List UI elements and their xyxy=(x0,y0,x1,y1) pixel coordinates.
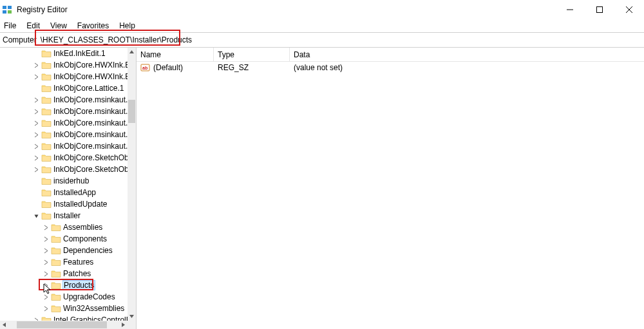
folder-icon xyxy=(51,281,61,290)
expand-icon[interactable] xyxy=(32,72,41,81)
tree-view[interactable]: InkEd.InkEdit.1InkObjCore.HWXInk.E-IInkO… xyxy=(0,48,128,321)
expand-icon[interactable] xyxy=(32,315,41,321)
tree-item[interactable]: InkObjCore.msinkaut.In xyxy=(0,106,128,117)
scroll-down-button[interactable] xyxy=(128,312,136,321)
maximize-button[interactable] xyxy=(585,0,614,19)
menu-favorites[interactable]: Favorites xyxy=(72,20,114,32)
tree-item[interactable]: InkObjCore.msinkaut.In xyxy=(0,94,128,106)
column-header-data[interactable]: Data xyxy=(290,48,644,61)
content-area: InkEd.InkEdit.1InkObjCore.HWXInk.E-IInkO… xyxy=(0,48,644,329)
svg-rect-3 xyxy=(8,10,12,14)
tree-item[interactable]: Features xyxy=(0,256,128,268)
expand-icon[interactable] xyxy=(32,95,41,104)
tree-item[interactable]: InkObjCore.HWXInk.E-I xyxy=(0,59,128,71)
tree-item[interactable]: InkObjCore.Lattice.1 xyxy=(0,82,128,94)
tree-item-label: InkObjCore.msinkaut.In xyxy=(53,142,128,151)
tree-item[interactable]: Components xyxy=(0,233,128,245)
values-panel: Name Type Data ab (Default) REG_SZ (valu… xyxy=(137,48,644,329)
folder-icon xyxy=(41,95,52,104)
folder-icon xyxy=(41,49,52,58)
tree-item-label: InkObjCore.HWXInk.E-I xyxy=(53,72,128,81)
folder-icon xyxy=(41,142,52,151)
tree-vertical-scrollbar[interactable] xyxy=(128,48,136,321)
tree-item[interactable]: InkObjCore.msinkaut.In xyxy=(0,129,128,140)
tree-item[interactable]: Assemblies xyxy=(0,221,128,233)
folder-icon xyxy=(41,107,52,116)
tree-item[interactable]: Products xyxy=(0,279,128,291)
address-path[interactable]: \HKEY_CLASSES_ROOT\Installer\Products xyxy=(38,34,644,46)
tree-item[interactable]: InstalledUpdate xyxy=(0,198,128,210)
tree-item[interactable]: insiderhub xyxy=(0,175,128,187)
tree-item-label: InkObjCore.HWXInk.E-I xyxy=(53,61,128,70)
expand-icon[interactable] xyxy=(41,304,50,313)
tree-item[interactable]: Dependencies xyxy=(0,245,128,256)
tree-item[interactable]: Intel.GraphicsControlPa xyxy=(0,314,128,321)
expand-icon[interactable] xyxy=(32,61,41,70)
collapse-icon[interactable] xyxy=(32,211,41,220)
column-header-type[interactable]: Type xyxy=(214,48,290,61)
expand-icon[interactable] xyxy=(41,281,50,290)
svg-text:ab: ab xyxy=(142,66,147,70)
tree-item[interactable]: Installer xyxy=(0,210,128,221)
tree-item-label: Intel.GraphicsControlPa xyxy=(53,315,128,321)
titlebar: Registry Editor xyxy=(0,0,644,19)
list-row[interactable]: ab (Default) REG_SZ (value not set) xyxy=(137,62,644,73)
tree-item[interactable]: Win32Assemblies xyxy=(0,303,128,314)
expand-icon[interactable] xyxy=(41,246,50,255)
expand-icon[interactable] xyxy=(32,118,41,127)
folder-icon xyxy=(51,292,61,301)
tree-item[interactable]: InkObjCore.SketchObj.S xyxy=(0,164,128,175)
tree-item[interactable]: Patches xyxy=(0,268,128,279)
tree-item[interactable]: UpgradeCodes xyxy=(0,291,128,303)
folder-icon xyxy=(41,153,52,162)
tree-horizontal-scrollbar[interactable] xyxy=(0,321,128,329)
tree-item[interactable]: InkObjCore.HWXInk.E-I xyxy=(0,71,128,82)
regedit-icon xyxy=(3,5,13,15)
menu-view[interactable]: View xyxy=(45,20,72,32)
close-button[interactable] xyxy=(614,0,644,19)
value-name: (Default) xyxy=(153,63,183,72)
expand-icon[interactable] xyxy=(41,258,50,267)
scroll-track[interactable] xyxy=(128,56,136,312)
scroll-thumb[interactable] xyxy=(128,100,135,123)
expand-icon[interactable] xyxy=(41,292,50,301)
tree-item[interactable]: InkObjCore.SketchObj.S xyxy=(0,152,128,164)
menu-edit[interactable]: Edit xyxy=(21,20,45,32)
list-header: Name Type Data xyxy=(137,48,644,62)
expand-spacer xyxy=(32,176,41,185)
window-controls xyxy=(555,0,644,19)
folder-icon xyxy=(51,234,61,243)
minimize-button[interactable] xyxy=(555,0,585,19)
tree-item[interactable]: InkEd.InkEdit.1 xyxy=(0,48,128,59)
expand-icon[interactable] xyxy=(41,269,50,278)
tree-item[interactable]: InstalledApp xyxy=(0,187,128,198)
column-header-name[interactable]: Name xyxy=(137,48,214,61)
tree-item[interactable]: InkObjCore.msinkaut.In xyxy=(0,117,128,129)
expand-icon[interactable] xyxy=(32,153,41,162)
tree-item[interactable]: InkObjCore.msinkaut.In xyxy=(0,140,128,152)
menu-help[interactable]: Help xyxy=(114,20,140,32)
tree-item-label: Products xyxy=(63,281,95,290)
expand-icon[interactable] xyxy=(32,107,41,116)
scroll-right-button[interactable] xyxy=(119,321,128,329)
tree-item-label: Assemblies xyxy=(63,223,102,232)
svg-rect-5 xyxy=(597,7,603,13)
expand-icon[interactable] xyxy=(32,142,41,151)
expand-icon[interactable] xyxy=(41,234,50,243)
scroll-left-button[interactable] xyxy=(0,321,8,329)
value-type: REG_SZ xyxy=(214,63,290,72)
scroll-track[interactable] xyxy=(8,321,119,329)
expand-icon[interactable] xyxy=(32,165,41,174)
menu-file[interactable]: File xyxy=(3,20,21,32)
folder-icon xyxy=(41,176,52,185)
folder-icon xyxy=(41,315,52,321)
scroll-up-button[interactable] xyxy=(128,48,136,56)
expand-spacer xyxy=(32,49,41,58)
scroll-thumb[interactable] xyxy=(17,321,107,328)
folder-icon xyxy=(41,84,52,93)
folder-icon xyxy=(41,130,52,139)
tree-item-label: InkEd.InkEdit.1 xyxy=(53,49,106,58)
expand-icon[interactable] xyxy=(41,223,50,232)
expand-icon[interactable] xyxy=(32,130,41,139)
tree-item-label: InkObjCore.msinkaut.In xyxy=(53,130,128,139)
